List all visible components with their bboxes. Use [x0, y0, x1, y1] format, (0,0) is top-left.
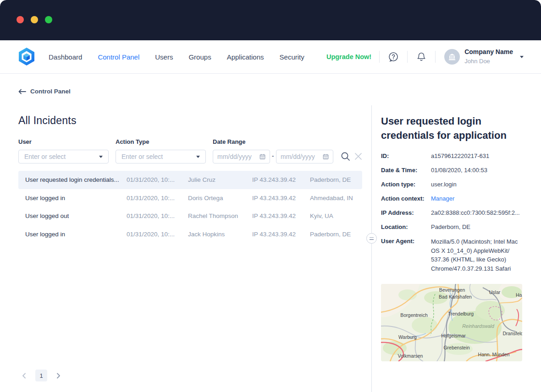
- incident-details-panel: User requested login credentials for app…: [381, 74, 523, 392]
- incident-ip: IP 43.243.39.42: [252, 212, 310, 219]
- field-value: 2a02:8388:cc0:7300:582:595f:2...: [431, 209, 523, 217]
- field-label: User Agent:: [381, 237, 430, 273]
- date-from-field[interactable]: [213, 150, 270, 163]
- incident-location: Kyiv, UA: [310, 212, 355, 219]
- field-id: ID: a1579612220217-631: [381, 152, 523, 160]
- field-label: IP Address:: [381, 209, 430, 217]
- calendar-icon[interactable]: [259, 153, 265, 160]
- bank-building-icon: [448, 53, 456, 61]
- panel-divider: [371, 105, 372, 392]
- company-name: Company Name: [464, 48, 513, 56]
- incident-user: Julie Cruz: [188, 176, 252, 183]
- user-name: John Doe: [464, 58, 490, 65]
- panel-resize-handle[interactable]: [366, 233, 377, 244]
- location-map[interactable]: Beverungen Bad Karlshafen Uslar Hard Bor…: [381, 284, 522, 361]
- map-label: Uslar: [489, 289, 501, 295]
- search-icon[interactable]: [340, 151, 351, 163]
- incident-detail-fields: ID: a1579612220217-631 Date & Time: 01/0…: [381, 152, 523, 279]
- map-label: Hard: [516, 292, 522, 298]
- map-label: Volkmarsen: [398, 353, 423, 359]
- incident-date: 01/31/2020, 10:...: [127, 176, 188, 183]
- field-location: Location: Paderborn, DE: [381, 223, 523, 231]
- page-next-icon[interactable]: [53, 370, 64, 381]
- nav-item-users[interactable]: Users: [155, 53, 173, 61]
- field-action-type: Action type: user.login: [381, 180, 523, 189]
- field-value: Mozilla/5.0 (Macintosh; Intel Mac OS X 1…: [431, 237, 523, 273]
- field-datetime: Date & Time: 01/08/2020, 14:00:53: [381, 166, 523, 174]
- upgrade-now-button[interactable]: Upgrade Now!: [326, 53, 371, 60]
- map-label: Hann. Münden: [478, 352, 510, 357]
- date-range-separator: -: [272, 152, 274, 159]
- user-filter-select[interactable]: [18, 150, 109, 163]
- incident-user: Jack Hopkins: [188, 231, 252, 238]
- incident-action: User logged in: [25, 195, 127, 201]
- pagination: 1: [18, 370, 64, 381]
- chevron-down-icon: [520, 56, 524, 58]
- action-type-filter-label: Action Type: [116, 138, 149, 145]
- nav-item-groups[interactable]: Groups: [188, 53, 211, 61]
- clear-filters-icon[interactable]: [353, 152, 363, 163]
- page-prev-icon[interactable]: [18, 370, 30, 381]
- company-avatar: [444, 49, 460, 65]
- date-to-field[interactable]: [276, 150, 333, 163]
- incident-location: Paderborn, DE: [310, 176, 355, 183]
- action-type-filter-select[interactable]: [116, 150, 206, 163]
- map-label: Bad Karlshafen: [439, 294, 472, 299]
- field-user-agent: User Agent: Mozilla/5.0 (Macintosh; Inte…: [381, 237, 523, 273]
- page-number[interactable]: 1: [35, 370, 47, 381]
- field-value: Paderborn, DE: [431, 223, 523, 231]
- incident-user: Doris Ortega: [188, 195, 252, 201]
- map-label: Dransfeld: [503, 331, 522, 336]
- close-window-icon[interactable]: [17, 16, 24, 23]
- incident-ip: IP 43.243.39.42: [252, 195, 310, 201]
- navbar-right: Upgrade Now!: [326, 48, 524, 65]
- incident-row[interactable]: User logged in 01/31/2020, 10:... Jack H…: [18, 225, 362, 244]
- incident-row[interactable]: User logged out 01/31/2020, 10:... Rache…: [18, 207, 362, 225]
- main-nav: Dashboard Control Panel Users Groups App…: [49, 53, 320, 61]
- date-range-filter-label: Date Range: [213, 138, 246, 145]
- action-context-link[interactable]: Manager: [431, 195, 523, 203]
- maximize-window-icon[interactable]: [45, 16, 52, 23]
- nav-item-control-panel[interactable]: Control Panel: [98, 53, 139, 61]
- action-type-filter-input[interactable]: [121, 153, 193, 160]
- nav-item-security[interactable]: Security: [280, 53, 304, 61]
- field-label: Action context:: [381, 195, 430, 203]
- incident-ip: IP 43.243.39.42: [252, 176, 310, 183]
- field-label: Location:: [381, 223, 430, 231]
- incident-row[interactable]: User logged in 01/31/2020, 10:... Doris …: [18, 189, 362, 207]
- user-filter-label: User: [18, 138, 32, 145]
- incident-user: Rachel Thompson: [188, 212, 252, 219]
- content-area: Control Panel All Incidents User Action …: [0, 74, 541, 392]
- field-action-context: Action context: Manager: [381, 195, 523, 203]
- minimize-window-icon[interactable]: [31, 16, 38, 23]
- chevron-down-icon: [99, 156, 103, 158]
- notifications-bell-icon[interactable]: [415, 51, 427, 63]
- incident-date: 01/31/2020, 10:...: [127, 231, 188, 238]
- app-window: Dashboard Control Panel Users Groups App…: [0, 0, 541, 392]
- incident-ip: IP 43.243.39.42: [252, 231, 310, 238]
- help-icon[interactable]: [387, 51, 399, 63]
- app-logo-icon[interactable]: [17, 47, 36, 66]
- user-filter-input[interactable]: [24, 153, 95, 160]
- map-label: Beverungen: [439, 287, 465, 293]
- field-label: Date & Time:: [381, 166, 430, 174]
- field-label: Action type:: [381, 180, 430, 189]
- account-menu[interactable]: Company Name John Doe: [444, 48, 524, 65]
- incident-action: User logged in: [25, 231, 127, 238]
- page-title: All Incidents: [18, 114, 77, 127]
- map-label: Borgentreich: [400, 312, 428, 318]
- map-label: Reinhardswald: [462, 323, 495, 329]
- calendar-icon[interactable]: [323, 153, 329, 160]
- map-label: Grebenstein: [443, 345, 469, 350]
- chevron-down-icon: [196, 156, 200, 158]
- nav-item-applications[interactable]: Applications: [227, 53, 264, 61]
- date-to-input[interactable]: [281, 153, 320, 160]
- incident-row[interactable]: User requested login credentials... 01/3…: [18, 171, 362, 189]
- incident-location: Paderborn, DE: [310, 231, 355, 238]
- date-from-input[interactable]: [217, 153, 257, 160]
- map-label: Warburg: [398, 334, 417, 340]
- incident-detail-title: User requested login credentials for app…: [381, 114, 519, 142]
- incident-action: User requested login credentials...: [25, 176, 127, 183]
- field-value: user.login: [431, 180, 523, 189]
- nav-item-dashboard[interactable]: Dashboard: [49, 53, 82, 61]
